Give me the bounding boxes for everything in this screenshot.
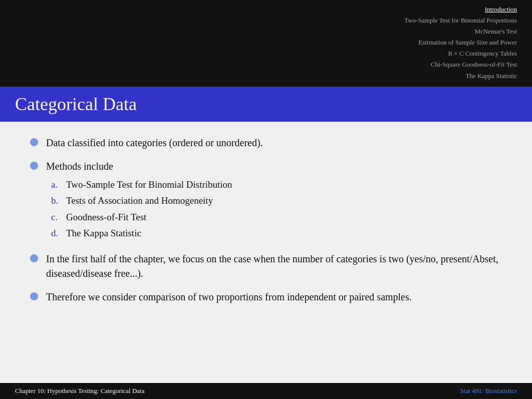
bullet-row: Therefore we consider comparison of two … <box>30 290 502 304</box>
bullet-row: Methods includea.Two-Sample Test for Bin… <box>30 159 502 243</box>
bullet-text: Therefore we consider comparison of two … <box>46 290 412 304</box>
sub-text: Two-Sample Test for Binomial Distributio… <box>66 178 232 192</box>
sub-letter: d. <box>51 226 66 240</box>
sub-item: d.The Kappa Statistic <box>51 226 232 240</box>
nav-item[interactable]: Estimation of Sample Size and Power <box>418 37 517 48</box>
bullet-text: Methods includea.Two-Sample Test for Bin… <box>46 159 232 243</box>
bullet-icon <box>30 138 38 146</box>
sub-letter: c. <box>51 210 66 224</box>
nav-item[interactable]: Introduction <box>485 4 517 15</box>
sub-text: Tests of Association and Homogeneity <box>66 194 213 208</box>
nav-item[interactable]: R × C Contingency Tables <box>448 48 517 59</box>
sub-letter: a. <box>51 178 66 192</box>
footer-course: Stat 491: Biostatistics <box>460 387 517 395</box>
nav-item[interactable]: McNemar's Test <box>474 26 517 37</box>
sub-item: a.Two-Sample Test for Binomial Distribut… <box>51 178 232 192</box>
nav-item[interactable]: The Kappa Statistic <box>465 71 517 82</box>
sub-text: The Kappa Statistic <box>66 226 141 240</box>
sub-letter: b. <box>51 194 66 208</box>
nav-item[interactable]: Two-Sample Test for Binomial Proportions <box>404 15 517 26</box>
bullet-text: Data classified into categories (ordered… <box>46 136 263 150</box>
bullet-icon <box>30 292 38 300</box>
bullet-icon <box>30 162 38 170</box>
slide-area: IntroductionTwo-Sample Test for Binomial… <box>0 0 532 399</box>
bullet-row: In the first half of the chapter, we foc… <box>30 252 502 281</box>
title-bar: Categorical Data <box>0 87 532 122</box>
footer-chapter: Chapter 10: Hypothesis Testing: Categori… <box>15 387 144 395</box>
content-area: Data classified into categories (ordered… <box>0 122 532 399</box>
bullet-icon <box>30 254 38 262</box>
page-title: Categorical Data <box>15 94 517 115</box>
nav-bar: IntroductionTwo-Sample Test for Binomial… <box>0 0 532 87</box>
sub-item: c.Goodness-of-Fit Test <box>51 210 232 224</box>
nav-item[interactable]: Chi-Square Goodness-of-Fit Test <box>431 59 517 70</box>
sub-text: Goodness-of-Fit Test <box>66 210 146 224</box>
footer: Chapter 10: Hypothesis Testing: Categori… <box>0 383 532 399</box>
sub-item: b.Tests of Association and Homogeneity <box>51 194 232 208</box>
bullet-row: Data classified into categories (ordered… <box>30 136 502 150</box>
bullet-text: In the first half of the chapter, we foc… <box>46 252 502 281</box>
